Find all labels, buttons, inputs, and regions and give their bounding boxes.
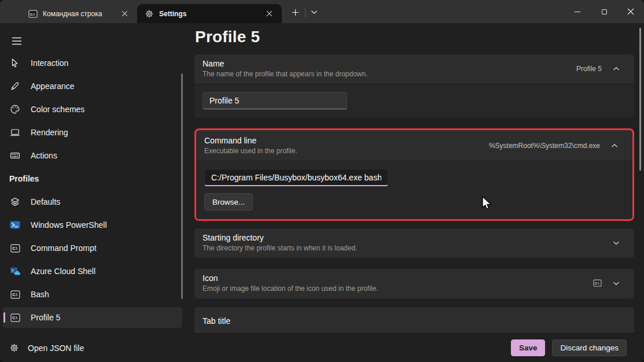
starting-directory-expander-header[interactable]: Starting directory The directory the pro… (194, 228, 634, 258)
discard-changes-button[interactable]: Discard changes (552, 339, 627, 356)
gear-icon (145, 9, 154, 19)
chevron-down-icon[interactable] (613, 281, 620, 286)
tab-label: Settings (159, 10, 262, 18)
tab-dropdown-button[interactable] (306, 4, 322, 20)
browse-button[interactable]: Browse... (204, 193, 253, 210)
titlebar-divider (305, 8, 306, 17)
window-controls (564, 0, 644, 23)
setting-description: The name of the profile that appears in … (203, 70, 576, 78)
close-tab-icon[interactable] (117, 7, 131, 21)
cmd-icon: C:\ (9, 313, 21, 322)
sidebar-item-profile-5[interactable]: C:\ Profile 5 (3, 307, 182, 328)
command-line-setting-card: Command line Executable used in the prof… (194, 128, 634, 221)
close-tab-icon[interactable] (262, 7, 276, 21)
new-tab-button[interactable] (287, 4, 303, 20)
sidebar-item-label: Command Prompt (31, 243, 97, 253)
chevron-up-icon[interactable] (611, 143, 618, 148)
nav-list: Interaction Appearance Color schemes Ren… (0, 53, 194, 328)
icon-expander-header[interactable]: Icon Emoji or image file location of the… (194, 269, 634, 298)
icon-setting-card: Icon Emoji or image file location of the… (194, 269, 634, 298)
sidebar-item-label: Bash (31, 290, 49, 299)
layers-icon (9, 197, 21, 207)
sidebar-item-defaults[interactable]: Defaults (3, 191, 182, 212)
sidebar-item-label: Interaction (31, 58, 68, 68)
close-icon (627, 8, 634, 15)
tab-command-prompt[interactable]: C:\ Командная строка (21, 4, 137, 23)
monitor-icon (9, 127, 21, 138)
paintbrush-icon (9, 81, 21, 91)
setting-title: Name (203, 59, 576, 68)
command-line-expander-header[interactable]: Command line Executable used in the prof… (196, 130, 632, 161)
keyboard-icon (9, 150, 21, 161)
close-window-button[interactable] (617, 0, 644, 23)
minimize-icon (575, 12, 580, 12)
sidebar-item-bash[interactable]: C:\ Bash (3, 284, 182, 305)
sidebar-item-label: Defaults (31, 197, 60, 206)
setting-title: Command line (204, 136, 489, 145)
sidebar-item-label: Windows PowerShell (31, 220, 107, 230)
save-button[interactable]: Save (511, 339, 546, 356)
chevron-down-icon[interactable] (613, 241, 620, 245)
cmd-icon: C:\ (9, 244, 21, 253)
setting-title: Starting directory (203, 233, 613, 242)
cursor-icon (9, 58, 21, 68)
cmd-icon: C:\ (28, 10, 38, 18)
chevron-down-icon (311, 10, 318, 14)
profile-icon-preview: C:\ (593, 279, 602, 287)
selection-accent-pill (3, 312, 5, 323)
sidebar-item-label: Rendering (31, 128, 68, 137)
setting-description: The directory the profile starts in when… (203, 244, 613, 252)
sidebar-item-azure-cloud-shell[interactable]: Azure Cloud Shell (3, 261, 182, 282)
bottom-bar: Open JSON file Save Discard changes (0, 333, 644, 362)
open-json-file-button[interactable]: Open JSON file (9, 343, 84, 353)
chevron-up-icon[interactable] (613, 67, 620, 71)
name-setting-card: Name The name of the profile that appear… (194, 54, 634, 118)
minimize-button[interactable] (564, 0, 591, 23)
tab-title-setting-card: Tab title (194, 307, 634, 333)
profile-name-input[interactable] (203, 92, 347, 109)
sidebar-item-windows-powershell[interactable]: Windows PowerShell (3, 215, 182, 235)
sidebar-item-label: Actions (31, 151, 57, 160)
tab-settings[interactable]: Settings (137, 4, 282, 23)
setting-title: Tab title (203, 316, 625, 326)
svg-text:C:\: C:\ (12, 246, 17, 250)
sidebar-item-color-schemes[interactable]: Color schemes (3, 99, 182, 120)
setting-current-value: Profile 5 (576, 65, 602, 73)
sidebar-item-label: Azure Cloud Shell (31, 267, 95, 276)
footer-label: Open JSON file (28, 343, 84, 353)
svg-text:C:\: C:\ (30, 12, 35, 16)
gear-icon (9, 343, 19, 353)
settings-nav-sidebar: Interaction Appearance Color schemes Ren… (0, 23, 194, 333)
command-line-input[interactable] (204, 169, 388, 186)
sidebar-item-label: Color schemes (31, 105, 84, 114)
svg-text:C:\: C:\ (12, 293, 17, 297)
titlebar: C:\ Командная строка Settings (0, 0, 644, 23)
setting-description: Emoji or image file location of the icon… (203, 285, 593, 293)
tab-label: Командная строка (43, 10, 117, 18)
hamburger-icon (12, 37, 22, 45)
sidebar-scrollbar[interactable] (181, 73, 183, 299)
sidebar-section-profiles: Profiles (3, 168, 182, 189)
starting-directory-setting-card: Starting directory The directory the pro… (194, 228, 634, 258)
settings-content: Profile 5 Name The name of the profile t… (194, 23, 644, 333)
tab-title-expander-header[interactable]: Tab title (194, 307, 634, 333)
sidebar-item-label: Profile 5 (31, 313, 60, 322)
setting-title: Icon (203, 274, 593, 283)
maximize-button[interactable] (591, 0, 617, 23)
palette-icon (9, 104, 21, 114)
plus-icon (292, 9, 299, 16)
sidebar-item-interaction[interactable]: Interaction (3, 53, 182, 73)
nav-menu-button[interactable] (5, 31, 29, 51)
page-title: Profile 5 (195, 28, 644, 46)
sidebar-item-label: Appearance (31, 82, 75, 91)
maximize-icon (602, 9, 607, 14)
svg-text:C:\: C:\ (595, 282, 599, 285)
sidebar-item-command-prompt[interactable]: C:\ Command Prompt (3, 238, 182, 258)
main-scrollbar[interactable] (639, 28, 641, 171)
sidebar-item-actions[interactable]: Actions (3, 145, 182, 166)
sidebar-item-rendering[interactable]: Rendering (3, 122, 182, 143)
sidebar-item-appearance[interactable]: Appearance (3, 76, 182, 97)
name-expander-header[interactable]: Name The name of the profile that appear… (194, 54, 634, 84)
azure-icon (9, 266, 21, 276)
svg-text:C:\: C:\ (12, 316, 17, 320)
